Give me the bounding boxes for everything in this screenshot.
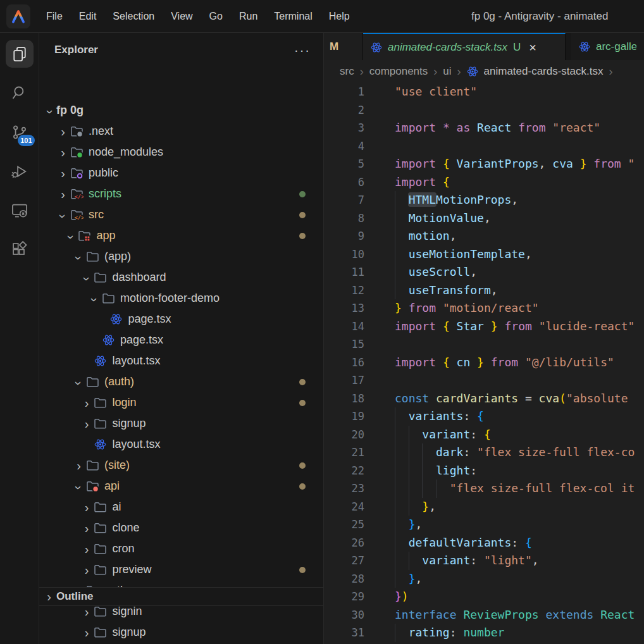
tree-item-src[interactable]: ›</>src — [39, 204, 323, 225]
tree-item-node-modules[interactable]: ›node_modules — [39, 142, 323, 163]
line-number[interactable]: 22 — [324, 462, 364, 480]
line-number[interactable]: 2 — [324, 101, 364, 120]
line-number[interactable]: 4 — [324, 137, 364, 156]
chevron-down-icon[interactable]: › — [73, 252, 85, 264]
menu-go[interactable]: Go — [201, 0, 231, 32]
line-number[interactable]: 27 — [324, 552, 364, 570]
tree-item--site-[interactable]: ›(site) — [39, 455, 323, 476]
line-number[interactable]: 15 — [324, 335, 364, 354]
source-control-icon[interactable]: 101 — [6, 118, 34, 146]
tree-item-layout.tsx[interactable]: ›layout.tsx — [39, 434, 323, 455]
tab-animated-cards-stack[interactable]: animated-cards-stack.tsx U × — [363, 33, 566, 60]
line-number[interactable]: 26 — [324, 534, 364, 552]
close-icon[interactable]: × — [529, 41, 536, 54]
code-line-4[interactable]: 4 — [324, 137, 644, 156]
code-line-11[interactable]: 11 useScroll, — [324, 263, 644, 282]
tree-item--auth-[interactable]: ›(auth) — [39, 371, 323, 392]
chevron-right-icon[interactable]: › — [81, 605, 93, 618]
code-line-1[interactable]: 1"use client" — [324, 83, 644, 101]
more-actions-icon[interactable]: ··· — [294, 47, 311, 53]
line-number[interactable]: 3 — [324, 119, 364, 137]
tab-arc-gallery[interactable]: arc-galle — [571, 33, 644, 60]
code-line-18[interactable]: 18const cardVariants = cva("absolute — [324, 390, 644, 408]
line-number[interactable]: 13 — [324, 299, 364, 318]
menu-view[interactable]: View — [163, 0, 201, 32]
code-line-28[interactable]: 28 }, — [324, 570, 644, 588]
chevron-down-icon[interactable]: › — [73, 377, 85, 389]
code-line-26[interactable]: 26 defaultVariants: { — [324, 534, 644, 552]
run-debug-icon[interactable] — [6, 158, 34, 185]
code-line-2[interactable]: 2 — [324, 101, 644, 120]
code-line-13[interactable]: 13} from "motion/react" — [324, 299, 644, 318]
code-line-29[interactable]: 29}) — [324, 588, 644, 606]
tree-item-login[interactable]: ›login — [39, 392, 323, 413]
tree-item-.next[interactable]: ›.next — [39, 121, 323, 142]
code-line-22[interactable]: 22 light: — [324, 462, 644, 480]
code-line-7[interactable]: 7 HTMLMotionProps, — [324, 191, 644, 209]
line-number[interactable]: 11 — [324, 263, 364, 282]
line-number[interactable]: 17 — [324, 371, 364, 390]
code-line-6[interactable]: 6import { — [324, 173, 644, 192]
line-number[interactable]: 25 — [324, 516, 364, 534]
line-number[interactable]: 12 — [324, 282, 364, 300]
tree-item-page.tsx[interactable]: ›page.tsx — [39, 309, 323, 330]
tree-item-signup[interactable]: ›signup — [39, 413, 323, 434]
tree-item-dashboard[interactable]: ›dashboard — [39, 267, 323, 288]
chevron-down-icon[interactable]: › — [73, 481, 85, 493]
tree-item-scripts[interactable]: ›</>scripts — [39, 183, 323, 204]
tree-item-page.tsx[interactable]: ›page.tsx — [39, 330, 323, 350]
menu-terminal[interactable]: Terminal — [266, 0, 320, 32]
chevron-right-icon[interactable]: › — [81, 397, 93, 409]
tree-item-app[interactable]: ›app — [39, 225, 323, 246]
chevron-down-icon[interactable]: › — [80, 273, 93, 285]
chevron-down-icon[interactable]: › — [89, 294, 101, 306]
line-number[interactable]: 7 — [324, 191, 364, 209]
tree-item-preview[interactable]: ›preview — [39, 559, 323, 580]
breadcrumb-item[interactable]: src — [340, 65, 354, 78]
line-number[interactable]: 23 — [324, 480, 364, 498]
code-line-19[interactable]: 19 variants: { — [324, 407, 644, 426]
code-editor[interactable]: 1"use client"23import * as React from "r… — [324, 83, 644, 644]
code-line-16[interactable]: 16import { cn } from "@/lib/utils" — [324, 354, 644, 372]
line-number[interactable]: 5 — [324, 155, 364, 173]
breadcrumb-item[interactable]: components — [369, 65, 428, 78]
code-line-14[interactable]: 14import { Star } from "lucide-react" — [324, 318, 644, 336]
code-line-23[interactable]: 23 "flex size-full flex-col it — [324, 480, 644, 498]
chevron-right-icon[interactable]: › — [57, 167, 69, 180]
chevron-right-icon[interactable]: › — [81, 626, 93, 639]
line-number[interactable]: 8 — [324, 209, 364, 228]
code-line-8[interactable]: 8 MotionValue, — [324, 209, 644, 228]
code-line-5[interactable]: 5import { VariantProps, cva } from " — [324, 155, 644, 173]
chevron-right-icon[interactable]: › — [81, 564, 93, 576]
line-number[interactable]: 10 — [324, 245, 364, 264]
code-line-12[interactable]: 12 useTransform, — [324, 282, 644, 300]
tree-item-layout.tsx[interactable]: ›layout.tsx — [39, 350, 323, 371]
breadcrumb-item[interactable]: ui — [443, 65, 451, 78]
menu-edit[interactable]: Edit — [71, 0, 105, 32]
menu-help[interactable]: Help — [321, 0, 358, 32]
code-line-20[interactable]: 20 variant: { — [324, 426, 644, 444]
tab-overflow-left[interactable]: M — [324, 33, 363, 60]
line-number[interactable]: 28 — [324, 570, 364, 588]
line-number[interactable]: 30 — [324, 606, 364, 624]
tree-item-api[interactable]: ›api — [39, 476, 323, 497]
outline-section-header[interactable]: › Outline — [39, 587, 323, 606]
tree-item-cron[interactable]: ›cron — [39, 538, 323, 559]
menu-selection[interactable]: Selection — [104, 0, 163, 32]
code-line-3[interactable]: 3import * as React from "react" — [324, 119, 644, 137]
code-line-9[interactable]: 9 motion, — [324, 227, 644, 245]
chevron-down-icon[interactable]: › — [44, 106, 57, 118]
chevron-right-icon[interactable]: › — [81, 543, 93, 555]
chevron-right-icon[interactable]: › — [81, 501, 93, 514]
search-icon[interactable] — [6, 79, 34, 107]
tree-item-clone[interactable]: ›clone — [39, 517, 323, 538]
chevron-right-icon[interactable]: › — [57, 146, 69, 159]
tree-item-fp-0g[interactable]: ›fp 0g — [39, 100, 323, 121]
tree-item-public[interactable]: ›public — [39, 163, 323, 183]
code-line-15[interactable]: 15 — [324, 335, 644, 354]
line-number[interactable]: 6 — [324, 173, 364, 192]
line-number[interactable]: 18 — [324, 390, 364, 408]
chevron-right-icon[interactable]: › — [57, 125, 69, 138]
line-number[interactable]: 14 — [324, 318, 364, 336]
tree-item-ai[interactable]: ›ai — [39, 497, 323, 517]
